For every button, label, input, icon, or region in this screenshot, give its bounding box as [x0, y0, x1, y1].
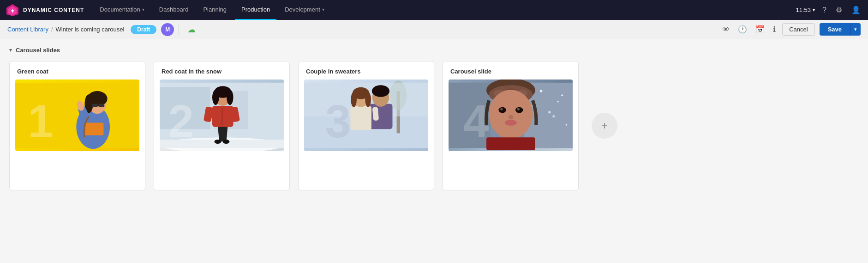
app-logo-icon: ✦ — [6, 3, 19, 17]
clock-display: 11:53 ▾ — [796, 6, 815, 13]
slide-card-3[interactable]: Couple in sweaters 3 — [298, 61, 434, 190]
save-button-group: Save ▾ — [820, 23, 861, 36]
slide-title-2: Red coat in the snow — [154, 61, 289, 80]
slide-title-3: Couple in sweaters — [299, 61, 434, 80]
section-title: Carousel slides — [16, 47, 60, 54]
slide-image-3: 3 — [304, 80, 428, 151]
svg-point-51 — [557, 101, 559, 103]
svg-point-67 — [517, 108, 520, 110]
nav-item-development[interactable]: Development ▾ — [278, 0, 331, 20]
svg-rect-25 — [221, 108, 223, 125]
slide-card-2[interactable]: Red coat in the snow 2 — [154, 61, 290, 190]
svg-text:1: 1 — [28, 95, 54, 147]
svg-point-31 — [227, 90, 233, 105]
svg-rect-70 — [486, 137, 535, 150]
toolbar: Content Library / Winter is coming carou… — [0, 20, 868, 39]
svg-rect-41 — [350, 106, 371, 130]
svg-point-23 — [223, 140, 230, 144]
slide-image-4: 4 — [449, 80, 573, 151]
slide-image-2: 2 — [160, 80, 284, 151]
slide-image-area-2: 2 — [160, 80, 284, 151]
history-button[interactable]: 🕐 — [736, 23, 749, 36]
svg-point-56 — [565, 124, 567, 126]
slide-card-4[interactable]: Carousel slide — [443, 61, 579, 190]
help-button[interactable]: ? — [820, 4, 828, 16]
toolbar-right: 👁 🕐 📅 ℹ Cancel Save ▾ — [720, 23, 861, 36]
chevron-down-icon: ▾ — [142, 7, 144, 12]
add-slide-button[interactable]: + — [592, 113, 617, 139]
schedule-button[interactable]: 📅 — [754, 23, 766, 36]
nav-right-area: 11:53 ▾ ? ⚙ 👤 — [796, 4, 862, 16]
breadcrumb: Content Library / Winter is coming carou… — [7, 26, 124, 33]
breadcrumb-current: Winter is coming carousel — [56, 26, 125, 33]
section-header: ▾ Carousel slides — [9, 47, 859, 54]
slide-svg-1: 1 — [15, 80, 139, 151]
svg-point-63 — [489, 90, 533, 139]
cloud-save-icon: ☁ — [187, 24, 196, 35]
svg-rect-13 — [84, 122, 103, 135]
toolbar-divider — [179, 24, 179, 35]
section-toggle-icon[interactable]: ▾ — [9, 47, 12, 53]
settings-button[interactable]: ⚙ — [834, 4, 844, 16]
svg-point-39 — [372, 85, 389, 97]
breadcrumb-root[interactable]: Content Library — [7, 26, 48, 33]
svg-rect-37 — [369, 104, 392, 129]
slide-title-4: Carousel slide — [443, 61, 578, 80]
app-logo-text: DYNAMIC CONTENT — [23, 7, 84, 13]
breadcrumb-separator: / — [51, 26, 53, 33]
save-button[interactable]: Save — [820, 23, 850, 36]
user-account-button[interactable]: 👤 — [850, 4, 862, 16]
svg-point-50 — [540, 90, 542, 92]
svg-point-30 — [212, 90, 219, 105]
slide-svg-4: 4 — [449, 80, 573, 151]
top-navigation: ✦ DYNAMIC CONTENT Documentation ▾ Dashbo… — [0, 0, 868, 20]
main-content: ▾ Carousel slides Green coat 1 — [0, 39, 868, 198]
save-dropdown-button[interactable]: ▾ — [850, 23, 861, 36]
svg-point-55 — [552, 115, 555, 117]
preview-button[interactable]: 👁 — [720, 24, 731, 36]
slide-card-1[interactable]: Green coat 1 — [9, 61, 145, 190]
svg-rect-9 — [92, 104, 98, 107]
slide-svg-2: 2 — [160, 80, 284, 151]
slide-title-1: Green coat — [10, 61, 145, 80]
nav-item-production[interactable]: Production — [235, 0, 276, 20]
svg-point-45 — [365, 92, 371, 107]
svg-point-69 — [505, 120, 517, 126]
slide-image-area-1: 1 — [15, 80, 139, 151]
svg-rect-46 — [372, 107, 379, 121]
svg-point-52 — [548, 111, 551, 113]
svg-text:2: 2 — [168, 95, 194, 147]
slide-svg-3: 3 — [304, 80, 428, 151]
nav-item-dashboard[interactable]: Dashboard — [153, 0, 195, 20]
slide-image-area-4: 4 — [449, 80, 573, 151]
nav-item-documentation[interactable]: Documentation ▾ — [93, 0, 150, 20]
slides-grid: Green coat 1 — [9, 61, 859, 190]
chevron-down-icon-time: ▾ — [813, 7, 815, 12]
info-button[interactable]: ℹ — [771, 23, 778, 36]
svg-point-66 — [500, 108, 503, 110]
status-badge[interactable]: Draft — [131, 25, 156, 34]
slide-image-1: 1 — [15, 80, 139, 151]
svg-point-68 — [508, 115, 513, 119]
svg-point-53 — [561, 94, 563, 96]
svg-text:3: 3 — [325, 95, 351, 147]
plus-icon: + — [601, 119, 608, 132]
avatar: M — [161, 23, 174, 36]
cancel-button[interactable]: Cancel — [782, 23, 814, 36]
slide-image-area-3: 3 — [304, 80, 428, 151]
nav-item-planning[interactable]: Planning — [197, 0, 233, 20]
svg-text:✦: ✦ — [10, 8, 15, 14]
logo-area: ✦ DYNAMIC CONTENT — [6, 3, 84, 17]
svg-point-44 — [351, 92, 357, 107]
svg-rect-10 — [99, 104, 105, 107]
svg-point-22 — [215, 140, 221, 144]
chevron-down-icon-dev: ▾ — [322, 7, 324, 12]
